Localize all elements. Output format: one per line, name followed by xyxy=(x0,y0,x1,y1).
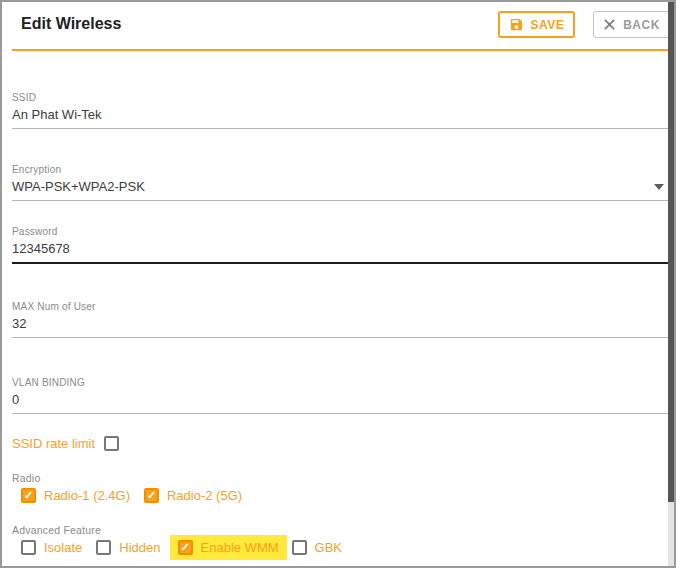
gbk-label: GBK xyxy=(315,540,342,555)
chevron-down-icon[interactable] xyxy=(654,184,664,190)
save-button[interactable]: SAVE xyxy=(498,11,575,38)
gbk-checkbox[interactable] xyxy=(292,540,307,555)
ssid-rate-limit-label: SSID rate limit xyxy=(12,436,95,451)
close-icon xyxy=(603,18,616,31)
max-users-field[interactable]: MAX Num of User 32 xyxy=(12,301,668,338)
header-divider xyxy=(12,49,670,51)
ssid-value[interactable]: An Phat Wi-Tek xyxy=(12,107,668,128)
page-title: Edit Wireless xyxy=(21,15,121,33)
isolate-checkbox[interactable] xyxy=(21,540,36,555)
vlan-binding-value[interactable]: 0 xyxy=(12,392,668,413)
save-icon xyxy=(509,17,524,32)
radio-1-item: Radio-1 (2.4G) xyxy=(21,488,130,503)
ssid-label: SSID xyxy=(12,92,668,104)
save-button-label: SAVE xyxy=(531,18,565,32)
back-button-label: BACK xyxy=(623,18,660,32)
password-label: Password xyxy=(12,226,668,238)
scrollbar-thumb[interactable] xyxy=(668,2,674,502)
max-users-value[interactable]: 32 xyxy=(12,316,668,337)
enable-wmm-checkbox[interactable] xyxy=(178,540,193,555)
radio-group-label: Radio xyxy=(12,472,40,484)
enable-wmm-item: Enable WMM xyxy=(170,535,287,560)
max-users-label: MAX Num of User xyxy=(12,301,668,313)
password-field[interactable]: Password 12345678 xyxy=(12,226,668,264)
isolate-item: Isolate xyxy=(21,540,82,555)
password-value[interactable]: 12345678 xyxy=(12,241,668,262)
scrollbar-track[interactable] xyxy=(668,2,674,566)
back-button[interactable]: BACK xyxy=(593,11,670,38)
vlan-binding-label: VLAN BINDING xyxy=(12,377,668,389)
radio-1-label: Radio-1 (2.4G) xyxy=(44,488,130,503)
hidden-label: Hidden xyxy=(119,540,160,555)
ssid-rate-limit-row: SSID rate limit xyxy=(12,436,119,451)
radio-2-label: Radio-2 (5G) xyxy=(167,488,242,503)
hidden-item: Hidden xyxy=(96,540,160,555)
encryption-value[interactable]: WPA-PSK+WPA2-PSK xyxy=(12,179,668,200)
gbk-item: GBK xyxy=(292,540,342,555)
ssid-rate-limit-checkbox[interactable] xyxy=(104,436,119,451)
radio-1-checkbox[interactable] xyxy=(21,488,36,503)
radio-group: Radio-1 (2.4G) Radio-2 (5G) xyxy=(21,488,256,503)
ssid-field[interactable]: SSID An Phat Wi-Tek xyxy=(12,92,668,129)
isolate-label: Isolate xyxy=(44,540,82,555)
edit-wireless-panel: Edit Wireless SAVE BACK SSID An Phat Wi-… xyxy=(0,0,676,568)
enable-wmm-label: Enable WMM xyxy=(201,540,279,555)
encryption-label: Encryption xyxy=(12,164,668,176)
radio-2-checkbox[interactable] xyxy=(144,488,159,503)
hidden-checkbox[interactable] xyxy=(96,540,111,555)
advanced-feature-group: Isolate Hidden Enable WMM GBK xyxy=(21,535,356,560)
encryption-select[interactable]: Encryption WPA-PSK+WPA2-PSK xyxy=(12,164,668,201)
radio-2-item: Radio-2 (5G) xyxy=(144,488,242,503)
vlan-binding-field[interactable]: VLAN BINDING 0 xyxy=(12,377,668,414)
